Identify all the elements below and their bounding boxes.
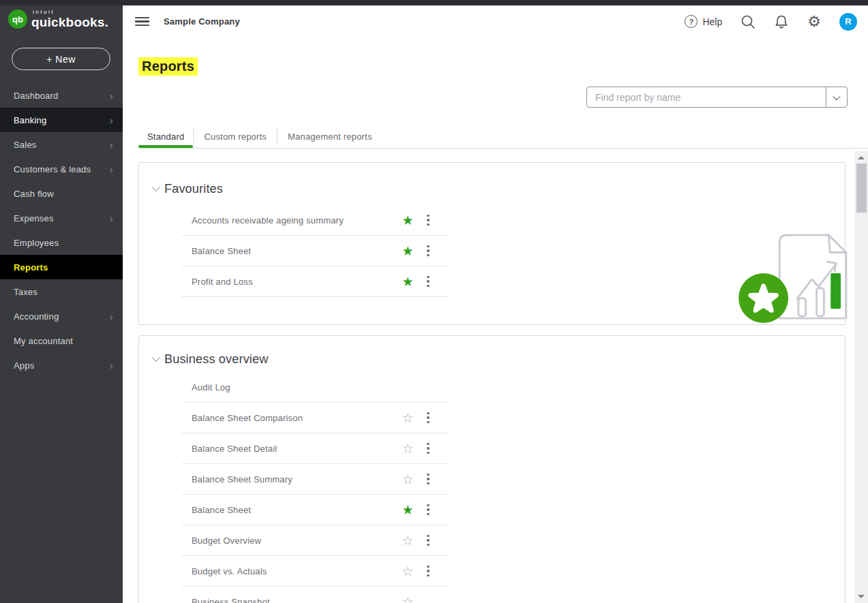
tabbar-divider xyxy=(138,148,868,149)
sidebar-item-customers-leads[interactable]: Customers & leads › xyxy=(0,157,123,181)
sidebar-item-banking[interactable]: Banking › xyxy=(0,108,123,132)
sidebar-item-accounting[interactable]: Accounting › xyxy=(0,304,123,328)
report-link[interactable]: Profit and Loss xyxy=(192,277,401,287)
favourite-star-icon[interactable] xyxy=(401,442,415,455)
kebab-menu-icon[interactable] xyxy=(425,443,431,454)
sidebar-item-taxes[interactable]: Taxes › xyxy=(0,279,123,304)
report-link[interactable]: Balance Sheet Summary xyxy=(192,474,401,484)
sidebar-nav: Dashboard › Banking › Sales › Customers … xyxy=(0,83,123,377)
chevron-right-icon: › xyxy=(110,311,113,322)
report-link[interactable]: Balance Sheet xyxy=(192,246,401,256)
help-label: Help xyxy=(702,16,722,27)
kebab-menu-icon[interactable] xyxy=(425,276,431,287)
help-button[interactable]: ? Help xyxy=(685,15,722,28)
tab-label: Standard xyxy=(147,132,184,142)
sidebar-item-expenses[interactable]: Expenses › xyxy=(0,206,123,230)
sidebar-item-sales[interactable]: Sales › xyxy=(0,132,123,157)
report-row[interactable]: Balance Sheet Detail xyxy=(181,433,449,464)
sidebar-item-cash-flow[interactable]: Cash flow › xyxy=(0,181,123,206)
scroll-up-arrow-icon[interactable] xyxy=(858,156,865,159)
report-link[interactable]: Accounts receivable ageing summary xyxy=(192,215,401,226)
hamburger-menu-icon[interactable] xyxy=(135,17,149,26)
section-title: Favourites xyxy=(164,182,223,196)
sidebar-item-label: Cash flow xyxy=(14,189,54,199)
report-link[interactable]: Budget vs. Actuals xyxy=(192,566,401,576)
favourite-star-icon[interactable] xyxy=(401,473,415,486)
new-button[interactable]: + New xyxy=(12,48,110,70)
report-row[interactable]: Balance Sheet xyxy=(181,236,449,266)
kebab-menu-icon[interactable] xyxy=(425,566,431,576)
favourite-star-icon[interactable] xyxy=(401,596,415,603)
find-report-input[interactable] xyxy=(587,87,826,107)
sidebar-item-dashboard[interactable]: Dashboard › xyxy=(0,83,123,108)
favourite-star-icon[interactable] xyxy=(401,214,415,227)
report-row[interactable]: Balance Sheet Summary xyxy=(181,464,449,495)
kebab-menu-icon[interactable] xyxy=(425,412,431,423)
user-avatar[interactable]: R xyxy=(839,13,857,31)
report-row[interactable]: Balance Sheet xyxy=(181,495,449,525)
scrollbar-thumb[interactable] xyxy=(856,164,867,213)
report-link[interactable]: Budget Overview xyxy=(192,536,401,546)
header-actions: ? Help ⚙ R xyxy=(685,13,857,31)
report-row[interactable]: Budget vs. Actuals xyxy=(181,556,449,587)
sidebar-item-my-accountant[interactable]: My accountant › xyxy=(0,328,123,353)
search-dropdown-button[interactable] xyxy=(826,87,847,107)
report-row[interactable]: Budget Overview xyxy=(181,525,449,556)
notifications-bell-icon[interactable] xyxy=(774,14,789,29)
report-row[interactable]: Business Snapshot xyxy=(181,587,449,603)
kebab-menu-icon[interactable] xyxy=(425,535,431,546)
logo-wordmark: intuit quickbooks. xyxy=(31,10,108,29)
sidebar-item-label: Dashboard xyxy=(14,91,58,101)
quickbooks-label: quickbooks. xyxy=(31,16,108,29)
favourites-rows: Accounts receivable ageing summary Balan… xyxy=(181,205,449,297)
report-link[interactable]: Business Snapshot xyxy=(192,597,401,603)
kebab-menu-icon[interactable] xyxy=(425,474,431,484)
favourite-star-icon[interactable] xyxy=(401,504,415,516)
report-row[interactable]: Audit Log xyxy=(181,372,449,403)
chevron-right-icon: › xyxy=(110,164,113,174)
sidebar-item-label: Customers & leads xyxy=(14,164,91,174)
kebab-menu-icon[interactable] xyxy=(425,215,431,226)
favourite-star-icon[interactable] xyxy=(401,275,415,288)
tab-management-reports[interactable]: Management reports xyxy=(278,125,383,148)
report-link[interactable]: Audit Log xyxy=(192,382,401,392)
report-row[interactable]: Accounts receivable ageing summary xyxy=(181,205,449,236)
kebab-menu-icon[interactable] xyxy=(425,504,431,515)
chevron-down-icon xyxy=(151,353,160,362)
sidebar-item-label: Expenses xyxy=(14,213,54,223)
help-icon: ? xyxy=(685,15,698,28)
sidebar-item-label: Taxes xyxy=(14,287,38,297)
report-tabs: Standard Custom reports Management repor… xyxy=(138,125,383,148)
favourite-star-icon[interactable] xyxy=(401,412,415,424)
sidebar-item-label: Accounting xyxy=(14,311,59,322)
kebab-menu-icon[interactable] xyxy=(425,245,431,256)
vertical-scrollbar[interactable] xyxy=(854,151,868,603)
favourite-star-icon[interactable] xyxy=(401,245,415,258)
sidebar-item-employees[interactable]: Employees › xyxy=(0,230,123,255)
sidebar-item-reports[interactable]: Reports › xyxy=(0,255,123,279)
favourites-section-toggle[interactable]: Favourites xyxy=(153,182,223,196)
reports-scroll-area: Favourites Accounts receivable ageing su… xyxy=(123,151,854,603)
sidebar-item-apps[interactable]: Apps › xyxy=(0,353,123,377)
company-name[interactable]: Sample Company xyxy=(164,16,240,27)
top-window-strip xyxy=(0,0,868,5)
gear-icon[interactable]: ⚙ xyxy=(807,14,821,29)
folded-corner-icon xyxy=(828,235,846,253)
search-icon[interactable] xyxy=(740,14,755,29)
quickbooks-logo[interactable]: qb intuit quickbooks. xyxy=(8,10,108,29)
report-link[interactable]: Balance Sheet Comparison xyxy=(192,413,401,423)
favourite-star-icon[interactable] xyxy=(401,534,415,547)
favourite-star-icon[interactable] xyxy=(401,565,415,578)
business-overview-rows: Audit Log Balance Sheet Comparison Balan… xyxy=(181,372,449,603)
report-row[interactable]: Balance Sheet Comparison xyxy=(181,403,449,433)
tab-standard[interactable]: Standard xyxy=(138,125,193,148)
report-link[interactable]: Balance Sheet xyxy=(192,505,401,515)
find-report-search xyxy=(586,87,848,108)
page-title: Reports xyxy=(138,57,198,76)
scroll-down-arrow-icon[interactable] xyxy=(858,595,865,598)
report-link[interactable]: Balance Sheet Detail xyxy=(192,444,401,454)
bar-outline-icon xyxy=(817,288,824,316)
report-row[interactable]: Profit and Loss xyxy=(181,266,449,297)
tab-custom-reports[interactable]: Custom reports xyxy=(194,125,277,148)
business-overview-section-toggle[interactable]: Business overview xyxy=(153,352,268,367)
